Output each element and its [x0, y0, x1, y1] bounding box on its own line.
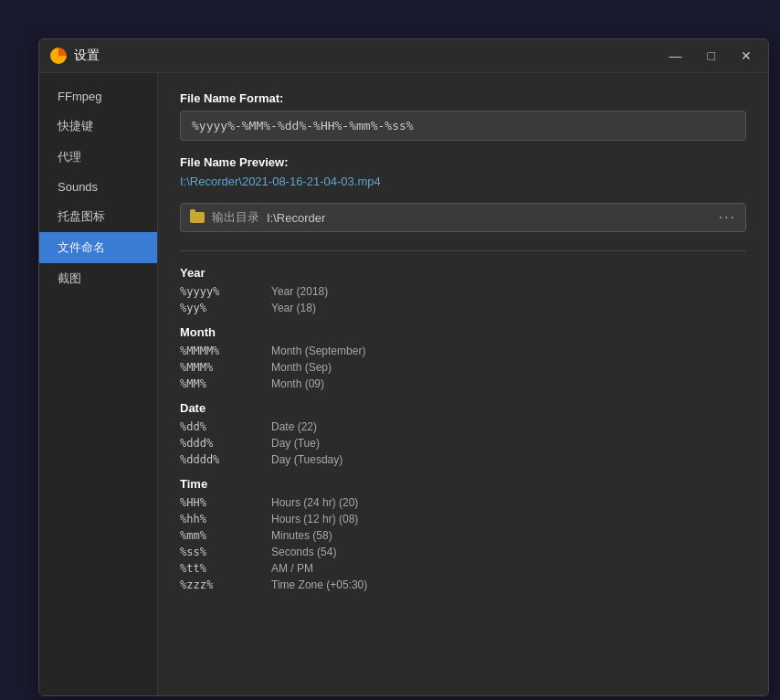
format-key: %hh%	[180, 513, 271, 525]
format-desc: Year (18)	[271, 302, 316, 314]
format-desc: Date (22)	[271, 420, 317, 433]
format-key: %yy%	[180, 302, 271, 314]
sidebar-item-ffmpeg[interactable]: FFmpeg	[39, 82, 157, 111]
format-key: %ss%	[180, 546, 271, 558]
main-layout: FFmpeg快捷键代理Sounds托盘图标文件命名截图 File Name Fo…	[39, 73, 768, 695]
output-dir-path: I:\Recorder	[267, 211, 719, 225]
format-key: %yyyy%	[180, 285, 271, 298]
format-category-date: Date	[180, 401, 746, 415]
format-desc: Year (2018)	[271, 285, 328, 298]
format-desc: Month (September)	[271, 345, 365, 357]
format-desc: AM / PM	[271, 562, 313, 575]
format-key: %ddd%	[180, 437, 271, 450]
format-key: %mm%	[180, 529, 271, 542]
app-icon	[50, 48, 67, 64]
sidebar-item-sounds[interactable]: Sounds	[39, 173, 157, 201]
sidebar: FFmpeg快捷键代理Sounds托盘图标文件命名截图	[39, 73, 158, 695]
window-controls: — □ ✕	[664, 47, 757, 65]
close-button[interactable]: ✕	[735, 47, 757, 65]
format-key: %MM%	[180, 377, 271, 390]
format-row: %ddd%Day (Tue)	[180, 437, 746, 450]
format-category-time: Time	[180, 477, 746, 491]
format-row: %MM%Month (09)	[180, 377, 746, 390]
format-category-month: Month	[180, 325, 746, 339]
minimize-button[interactable]: —	[664, 47, 688, 65]
output-dir-label: 输出目录	[212, 209, 259, 226]
format-key: %MMM%	[180, 361, 271, 374]
format-row: %dd%Date (22)	[180, 420, 746, 433]
format-reference-table: Year%yyyy%Year (2018)%yy%Year (18)Month%…	[180, 266, 746, 591]
settings-window: 设置 — □ ✕ FFmpeg快捷键代理Sounds托盘图标文件命名截图 Fil…	[38, 38, 769, 696]
format-desc: Day (Tue)	[271, 437, 320, 450]
format-row: %MMMM%Month (September)	[180, 345, 746, 357]
format-row: %ss%Seconds (54)	[180, 546, 746, 558]
format-desc: Month (Sep)	[271, 361, 332, 374]
format-desc: Hours (24 hr) (20)	[271, 496, 358, 509]
format-row: %mm%Minutes (58)	[180, 529, 746, 542]
file-name-preview-value: I:\Recorder\2021-08-16-21-04-03.mp4	[180, 175, 746, 188]
format-desc: Seconds (54)	[271, 546, 336, 558]
sidebar-item-proxy[interactable]: 代理	[39, 142, 157, 173]
sidebar-item-screenshot[interactable]: 截图	[39, 263, 157, 294]
format-row: %hh%Hours (12 hr) (08)	[180, 513, 746, 525]
output-dir-row: 输出目录 I:\Recorder ···	[180, 203, 746, 232]
file-name-preview-label: File Name Preview:	[180, 155, 746, 169]
format-desc: Time Zone (+05:30)	[271, 578, 367, 591]
output-dir-more-button[interactable]: ···	[719, 209, 736, 226]
format-desc: Minutes (58)	[271, 529, 332, 542]
format-desc: Month (09)	[271, 377, 324, 390]
file-name-format-input[interactable]	[180, 111, 746, 141]
sidebar-item-filename[interactable]: 文件命名	[39, 232, 157, 263]
format-key: %tt%	[180, 562, 271, 575]
format-row: %zzz%Time Zone (+05:30)	[180, 578, 746, 591]
format-row: %tt%AM / PM	[180, 562, 746, 575]
format-category-year: Year	[180, 266, 746, 280]
sidebar-item-tray[interactable]: 托盘图标	[39, 201, 157, 232]
content-area: File Name Format: File Name Preview: I:\…	[158, 73, 768, 695]
title-bar: 设置 — □ ✕	[39, 39, 768, 73]
window-title: 设置	[74, 48, 664, 64]
format-key: %HH%	[180, 496, 271, 509]
format-key: %dd%	[180, 420, 271, 433]
format-row: %dddd%Day (Tuesday)	[180, 453, 746, 466]
file-name-format-label: File Name Format:	[180, 91, 746, 105]
folder-icon	[190, 212, 205, 223]
format-row: %yy%Year (18)	[180, 302, 746, 314]
format-key: %MMMM%	[180, 345, 271, 357]
maximize-button[interactable]: □	[702, 47, 721, 65]
format-key: %zzz%	[180, 578, 271, 591]
divider	[180, 250, 746, 251]
format-row: %MMM%Month (Sep)	[180, 361, 746, 374]
format-row: %yyyy%Year (2018)	[180, 285, 746, 298]
format-key: %dddd%	[180, 453, 271, 466]
format-row: %HH%Hours (24 hr) (20)	[180, 496, 746, 509]
format-desc: Hours (12 hr) (08)	[271, 513, 358, 525]
format-desc: Day (Tuesday)	[271, 453, 343, 466]
sidebar-item-hotkeys[interactable]: 快捷键	[39, 111, 157, 142]
